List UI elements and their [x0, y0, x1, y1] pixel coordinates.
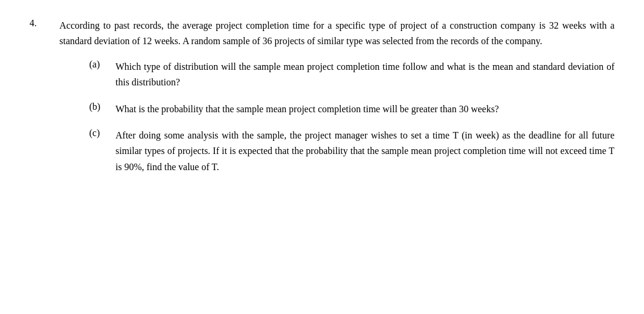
sub-text-c: After doing some analysis with the sampl…: [116, 128, 615, 175]
question-block: 4. According to past records, the averag…: [30, 18, 615, 175]
sub-question-a: (a) Which type of distribution will the …: [90, 59, 615, 91]
sub-text-b: What is the probability that the sample …: [116, 101, 615, 117]
sub-text-a: Which type of distribution will the samp…: [116, 59, 615, 91]
question-intro: According to past records, the average p…: [60, 18, 615, 50]
sub-label-a: (a): [90, 59, 106, 91]
question-number: 4.: [30, 18, 48, 175]
sub-label-c: (c): [90, 128, 106, 175]
page-content: 4. According to past records, the averag…: [30, 18, 615, 187]
sub-question-b: (b) What is the probability that the sam…: [90, 101, 615, 117]
sub-question-c: (c) After doing some analysis with the s…: [90, 128, 615, 175]
sub-questions: (a) Which type of distribution will the …: [60, 59, 615, 175]
sub-label-b: (b): [90, 101, 106, 117]
